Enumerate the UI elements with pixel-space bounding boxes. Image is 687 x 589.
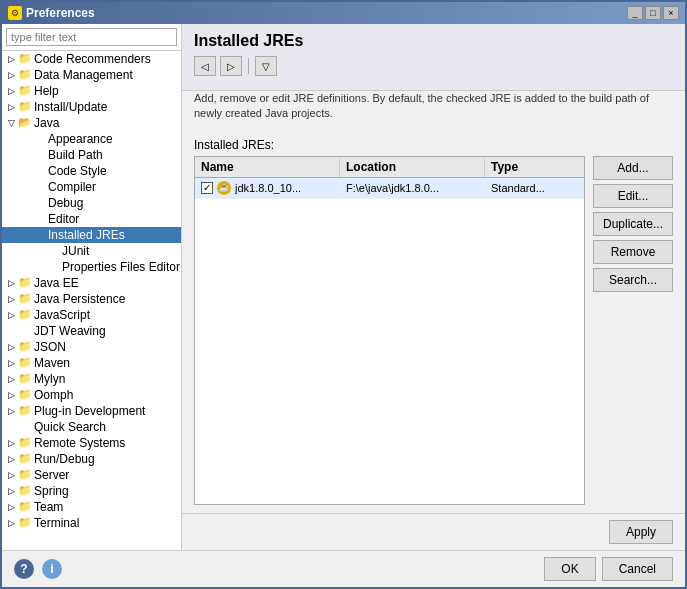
expand-icon: ▷	[4, 388, 18, 402]
cell-location: F:\e\java\jdk1.8.0...	[340, 179, 485, 197]
sidebar-item-java-ee[interactable]: ▷ 📁 Java EE	[2, 275, 181, 291]
sidebar-item-build-path[interactable]: Build Path	[2, 147, 181, 163]
expand-icon: ▷	[4, 84, 18, 98]
item-icon	[32, 196, 46, 210]
sidebar-item-editor[interactable]: Editor	[2, 211, 181, 227]
footer: ? i OK Cancel	[2, 550, 685, 587]
cancel-button[interactable]: Cancel	[602, 557, 673, 581]
maximize-button[interactable]: □	[645, 6, 661, 20]
expand-icon	[18, 148, 32, 162]
section-label: Installed JREs:	[194, 138, 673, 152]
panel-description: Add, remove or edit JRE definitions. By …	[182, 91, 685, 130]
sidebar-item-java[interactable]: ▽ 📂 Java	[2, 115, 181, 131]
expand-icon	[18, 132, 32, 146]
folder-icon: 📁	[18, 84, 32, 98]
folder-icon: 📁	[18, 500, 32, 514]
item-icon	[32, 164, 46, 178]
search-button[interactable]: Search...	[593, 268, 673, 292]
expand-icon: ▷	[4, 500, 18, 514]
expand-icon	[18, 228, 32, 242]
filter-input[interactable]	[6, 28, 177, 46]
folder-icon: 📁	[18, 404, 32, 418]
expand-icon: ▷	[4, 372, 18, 386]
expand-icon: ▷	[4, 452, 18, 466]
edit-button[interactable]: Edit...	[593, 184, 673, 208]
panel-title: Installed JREs	[194, 32, 673, 50]
expand-icon: ▷	[4, 340, 18, 354]
sidebar-item-jdt-weaving[interactable]: JDT Weaving	[2, 323, 181, 339]
sidebar-item-installed-jres[interactable]: Installed JREs	[2, 227, 181, 243]
expand-icon	[18, 164, 32, 178]
expand-icon: ▷	[4, 404, 18, 418]
sidebar-item-oomph[interactable]: ▷ 📁 Oomph	[2, 387, 181, 403]
right-panel: Installed JREs ◁ ▷ ▽ Add, remove or edit…	[182, 24, 685, 550]
expand-icon: ▷	[4, 484, 18, 498]
sidebar-item-install-update[interactable]: ▷ 📁 Install/Update	[2, 99, 181, 115]
sidebar-item-code-style[interactable]: Code Style	[2, 163, 181, 179]
expand-icon: ▷	[4, 516, 18, 530]
sidebar-item-javascript[interactable]: ▷ 📁 JavaScript	[2, 307, 181, 323]
sidebar-item-appearance[interactable]: Appearance	[2, 131, 181, 147]
sidebar-item-compiler[interactable]: Compiler	[2, 179, 181, 195]
folder-icon: 📁	[18, 356, 32, 370]
table-and-buttons: Name Location Type ✓ ☕ jdk1.8.0_10...	[194, 156, 673, 505]
jre-icon: ☕	[217, 181, 231, 195]
remove-button[interactable]: Remove	[593, 240, 673, 264]
folder-icon: 📁	[18, 436, 32, 450]
ok-button[interactable]: OK	[544, 557, 595, 581]
item-icon	[32, 228, 46, 242]
sidebar-item-server[interactable]: ▷ 📁 Server	[2, 467, 181, 483]
expand-icon: ▷	[4, 308, 18, 322]
sidebar-item-plugin-development[interactable]: ▷ 📁 Plug-in Development	[2, 403, 181, 419]
sidebar-item-help[interactable]: ▷ 📁 Help	[2, 83, 181, 99]
cell-type: Standard...	[485, 179, 585, 197]
expand-icon: ▷	[4, 436, 18, 450]
sidebar-item-quick-search[interactable]: Quick Search	[2, 419, 181, 435]
add-button[interactable]: Add...	[593, 156, 673, 180]
sidebar-item-team[interactable]: ▷ 📁 Team	[2, 499, 181, 515]
duplicate-button[interactable]: Duplicate...	[593, 212, 673, 236]
expand-icon: ▽	[4, 116, 18, 130]
sidebar-item-code-recommenders[interactable]: ▷ 📁 Code Recommenders	[2, 51, 181, 67]
help-icon[interactable]: ?	[14, 559, 34, 579]
expand-icon: ▷	[4, 292, 18, 306]
sidebar-item-java-persistence[interactable]: ▷ 📁 Java Persistence	[2, 291, 181, 307]
sidebar-item-data-management[interactable]: ▷ 📁 Data Management	[2, 67, 181, 83]
info-icon[interactable]: i	[42, 559, 62, 579]
folder-icon: 📁	[18, 452, 32, 466]
sidebar-item-junit[interactable]: JUnit	[2, 243, 181, 259]
table-header: Name Location Type	[195, 157, 584, 178]
back-button[interactable]: ◁	[194, 56, 216, 76]
folder-icon: 📁	[18, 52, 32, 66]
expand-icon	[4, 324, 18, 338]
folder-icon: 📁	[18, 276, 32, 290]
sidebar-item-terminal[interactable]: ▷ 📁 Terminal	[2, 515, 181, 531]
minimize-button[interactable]: _	[627, 6, 643, 20]
sidebar-item-debug[interactable]: Debug	[2, 195, 181, 211]
close-button[interactable]: ×	[663, 6, 679, 20]
expand-icon: ▷	[4, 356, 18, 370]
sidebar-item-mylyn[interactable]: ▷ 📁 Mylyn	[2, 371, 181, 387]
sidebar-item-remote-systems[interactable]: ▷ 📁 Remote Systems	[2, 435, 181, 451]
col-name: Name	[195, 157, 340, 177]
item-icon	[32, 132, 46, 146]
forward-button[interactable]: ▷	[220, 56, 242, 76]
folder-icon: 📁	[18, 100, 32, 114]
sidebar-item-properties-files-editor[interactable]: Properties Files Editor	[2, 259, 181, 275]
panel-body: Installed JREs: Name Location Type	[182, 130, 685, 513]
item-icon	[18, 324, 32, 338]
sidebar-item-json[interactable]: ▷ 📁 JSON	[2, 339, 181, 355]
col-type: Type	[485, 157, 585, 177]
jre-checkbox[interactable]: ✓	[201, 182, 213, 194]
item-icon	[32, 148, 46, 162]
menu-button[interactable]: ▽	[255, 56, 277, 76]
sidebar-item-spring[interactable]: ▷ 📁 Spring	[2, 483, 181, 499]
item-icon	[46, 260, 60, 274]
table-row[interactable]: ✓ ☕ jdk1.8.0_10... F:\e\java\jdk1.8.0...…	[195, 178, 584, 199]
apply-button[interactable]: Apply	[609, 520, 673, 544]
sidebar-item-maven[interactable]: ▷ 📁 Maven	[2, 355, 181, 371]
folder-icon: 📁	[18, 292, 32, 306]
sidebar-item-run-debug[interactable]: ▷ 📁 Run/Debug	[2, 451, 181, 467]
folder-icon: 📁	[18, 484, 32, 498]
expand-icon	[4, 420, 18, 434]
